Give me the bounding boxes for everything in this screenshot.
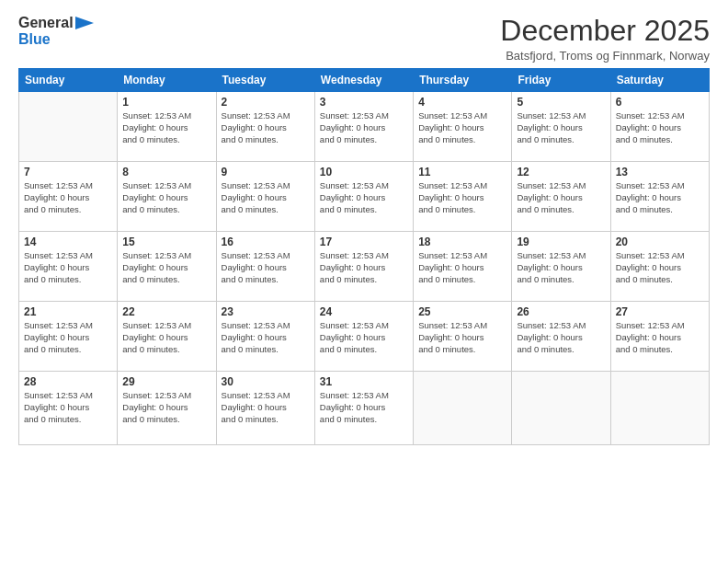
day-number: 10: [320, 166, 408, 178]
day-info: Sunset: 12:53 AMDaylight: 0 hoursand 0 m…: [222, 110, 310, 145]
table-cell: 24Sunset: 12:53 AMDaylight: 0 hoursand 0…: [314, 302, 413, 372]
day-number: 13: [616, 166, 704, 178]
logo-general: General: [18, 15, 74, 31]
table-cell: 15Sunset: 12:53 AMDaylight: 0 hoursand 0…: [118, 232, 216, 302]
table-cell: 12Sunset: 12:53 AMDaylight: 0 hoursand 0…: [512, 162, 610, 232]
calendar: Sunday Monday Tuesday Wednesday Thursday…: [18, 68, 710, 445]
day-number: 17: [320, 236, 408, 248]
month-year: December 2025: [500, 15, 710, 47]
day-number: 22: [122, 305, 210, 318]
day-info: Sunset: 12:53 AMDaylight: 0 hoursand 0 m…: [122, 390, 210, 425]
day-number: 31: [320, 375, 408, 388]
header: General Blue December 2025 Batsfjord, Tr…: [18, 15, 710, 63]
day-number: 12: [517, 166, 605, 178]
day-number: 18: [418, 236, 506, 248]
table-cell: 7Sunset: 12:53 AMDaylight: 0 hoursand 0 …: [19, 162, 118, 232]
day-info: Sunset: 12:53 AMDaylight: 0 hoursand 0 m…: [418, 180, 506, 215]
table-cell: 22Sunset: 12:53 AMDaylight: 0 hoursand 0…: [118, 302, 216, 372]
table-cell: 31Sunset: 12:53 AMDaylight: 0 hoursand 0…: [314, 372, 413, 445]
day-number: 24: [320, 305, 408, 318]
table-cell: 26Sunset: 12:53 AMDaylight: 0 hoursand 0…: [512, 302, 610, 372]
header-monday: Monday: [118, 69, 216, 92]
day-number: 9: [222, 166, 310, 178]
table-cell: 28Sunset: 12:53 AMDaylight: 0 hoursand 0…: [19, 372, 118, 445]
logo-blue: Blue: [18, 31, 94, 48]
day-number: 30: [222, 375, 310, 388]
day-number: 15: [122, 236, 210, 248]
day-info: Sunset: 12:53 AMDaylight: 0 hoursand 0 m…: [418, 110, 506, 145]
day-info: Sunset: 12:53 AMDaylight: 0 hoursand 0 m…: [24, 250, 112, 285]
day-info: Sunset: 12:53 AMDaylight: 0 hoursand 0 m…: [320, 110, 408, 145]
day-number: 27: [616, 305, 704, 318]
table-cell: 18Sunset: 12:53 AMDaylight: 0 hoursand 0…: [414, 232, 512, 302]
day-number: 28: [24, 375, 112, 388]
table-cell: 14Sunset: 12:53 AMDaylight: 0 hoursand 0…: [19, 232, 118, 302]
table-cell: 19Sunset: 12:53 AMDaylight: 0 hoursand 0…: [512, 232, 610, 302]
day-info: Sunset: 12:53 AMDaylight: 0 hoursand 0 m…: [320, 180, 408, 215]
day-number: 14: [24, 236, 112, 248]
table-cell: [610, 372, 709, 445]
day-info: Sunset: 12:53 AMDaylight: 0 hoursand 0 m…: [222, 250, 310, 285]
day-number: 16: [222, 236, 310, 248]
day-info: Sunset: 12:53 AMDaylight: 0 hoursand 0 m…: [122, 250, 210, 285]
day-info: Sunset: 12:53 AMDaylight: 0 hoursand 0 m…: [24, 180, 112, 215]
day-info: Sunset: 12:53 AMDaylight: 0 hoursand 0 m…: [24, 320, 112, 355]
table-cell: [414, 372, 512, 445]
week-row-4: 21Sunset: 12:53 AMDaylight: 0 hoursand 0…: [19, 302, 710, 372]
day-info: Sunset: 12:53 AMDaylight: 0 hoursand 0 m…: [517, 180, 605, 215]
table-cell: 9Sunset: 12:53 AMDaylight: 0 hoursand 0 …: [216, 162, 314, 232]
header-sunday: Sunday: [19, 69, 118, 92]
day-info: Sunset: 12:53 AMDaylight: 0 hoursand 0 m…: [320, 390, 408, 425]
day-info: Sunset: 12:53 AMDaylight: 0 hoursand 0 m…: [122, 320, 210, 355]
day-number: 5: [517, 96, 605, 109]
header-friday: Friday: [512, 69, 610, 92]
header-saturday: Saturday: [610, 69, 709, 92]
table-cell: 5Sunset: 12:53 AMDaylight: 0 hoursand 0 …: [512, 92, 610, 162]
day-number: 29: [122, 375, 210, 388]
table-cell: 8Sunset: 12:53 AMDaylight: 0 hoursand 0 …: [118, 162, 216, 232]
table-cell: [512, 372, 610, 445]
table-cell: 3Sunset: 12:53 AMDaylight: 0 hoursand 0 …: [314, 92, 413, 162]
day-number: 6: [616, 96, 704, 109]
day-info: Sunset: 12:53 AMDaylight: 0 hoursand 0 m…: [418, 250, 506, 285]
day-info: Sunset: 12:53 AMDaylight: 0 hoursand 0 m…: [616, 110, 704, 145]
table-cell: 6Sunset: 12:53 AMDaylight: 0 hoursand 0 …: [610, 92, 709, 162]
day-number: 2: [222, 96, 310, 109]
day-info: Sunset: 12:53 AMDaylight: 0 hoursand 0 m…: [418, 320, 506, 355]
table-cell: 25Sunset: 12:53 AMDaylight: 0 hoursand 0…: [414, 302, 512, 372]
day-info: Sunset: 12:53 AMDaylight: 0 hoursand 0 m…: [616, 320, 704, 355]
day-info: Sunset: 12:53 AMDaylight: 0 hoursand 0 m…: [122, 180, 210, 215]
header-wednesday: Wednesday: [314, 69, 413, 92]
day-number: 26: [517, 305, 605, 318]
day-info: Sunset: 12:53 AMDaylight: 0 hoursand 0 m…: [616, 180, 704, 215]
table-cell: 30Sunset: 12:53 AMDaylight: 0 hoursand 0…: [216, 372, 314, 445]
week-row-1: 1Sunset: 12:53 AMDaylight: 0 hoursand 0 …: [19, 92, 710, 162]
page: General Blue December 2025 Batsfjord, Tr…: [0, 0, 728, 563]
day-number: 19: [517, 236, 605, 248]
table-cell: 20Sunset: 12:53 AMDaylight: 0 hoursand 0…: [610, 232, 709, 302]
day-info: Sunset: 12:53 AMDaylight: 0 hoursand 0 m…: [517, 320, 605, 355]
day-number: 21: [24, 305, 112, 318]
logo: General Blue: [18, 15, 94, 49]
table-cell: 21Sunset: 12:53 AMDaylight: 0 hoursand 0…: [19, 302, 118, 372]
day-info: Sunset: 12:53 AMDaylight: 0 hoursand 0 m…: [616, 250, 704, 285]
day-number: 20: [616, 236, 704, 248]
table-cell: [19, 92, 118, 162]
title-block: December 2025 Batsfjord, Troms og Finnma…: [500, 15, 710, 63]
table-cell: 10Sunset: 12:53 AMDaylight: 0 hoursand 0…: [314, 162, 413, 232]
svg-marker-0: [75, 17, 94, 29]
week-row-5: 28Sunset: 12:53 AMDaylight: 0 hoursand 0…: [19, 372, 710, 445]
table-cell: 1Sunset: 12:53 AMDaylight: 0 hoursand 0 …: [118, 92, 216, 162]
header-thursday: Thursday: [414, 69, 512, 92]
location: Batsfjord, Troms og Finnmark, Norway: [500, 49, 710, 63]
table-cell: 11Sunset: 12:53 AMDaylight: 0 hoursand 0…: [414, 162, 512, 232]
day-number: 4: [418, 96, 506, 109]
day-info: Sunset: 12:53 AMDaylight: 0 hoursand 0 m…: [222, 390, 310, 425]
day-info: Sunset: 12:53 AMDaylight: 0 hoursand 0 m…: [122, 110, 210, 145]
table-cell: 29Sunset: 12:53 AMDaylight: 0 hoursand 0…: [118, 372, 216, 445]
day-number: 11: [418, 166, 506, 178]
day-number: 3: [320, 96, 408, 109]
table-cell: 13Sunset: 12:53 AMDaylight: 0 hoursand 0…: [610, 162, 709, 232]
table-cell: 16Sunset: 12:53 AMDaylight: 0 hoursand 0…: [216, 232, 314, 302]
table-cell: 4Sunset: 12:53 AMDaylight: 0 hoursand 0 …: [414, 92, 512, 162]
